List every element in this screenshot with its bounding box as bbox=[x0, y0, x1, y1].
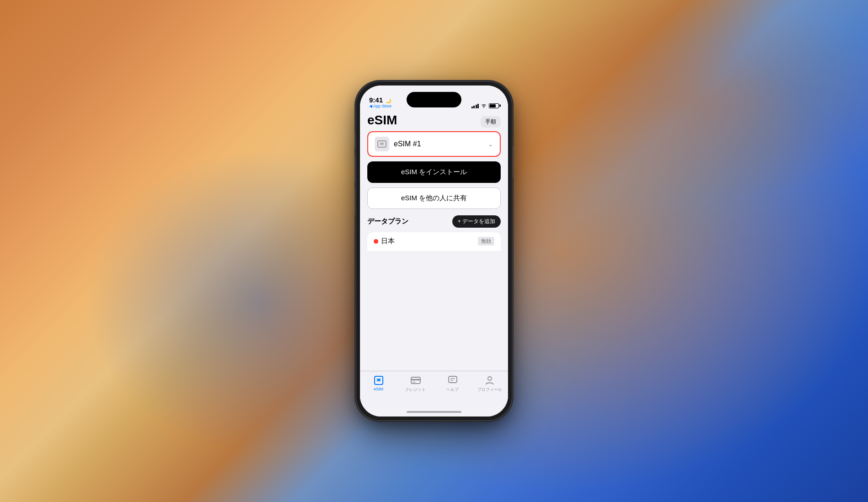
plan-country-row: 日本 無効 bbox=[374, 237, 494, 246]
data-plan-title: データプラン bbox=[367, 217, 408, 226]
profile-tab-label: プロフィール bbox=[477, 387, 502, 393]
iphone-frame: 9:41 🌙 ◀ App Store bbox=[356, 82, 512, 420]
page-title: eSIM bbox=[367, 113, 397, 128]
content-spacer bbox=[360, 251, 508, 371]
help-tab-icon bbox=[447, 375, 458, 386]
app-content: eSIM 手順 eSIM #1 ⌄ bbox=[360, 111, 508, 417]
chevron-down-icon: ⌄ bbox=[488, 140, 493, 148]
wifi-icon bbox=[481, 103, 487, 108]
dynamic-island bbox=[407, 92, 461, 107]
svg-rect-10 bbox=[449, 376, 457, 383]
tab-help[interactable]: ヘルプ bbox=[434, 375, 471, 393]
tab-profile[interactable]: プロフィール bbox=[471, 375, 508, 393]
status-time: 9:41 🌙 bbox=[369, 96, 391, 103]
time-display: 9:41 bbox=[369, 96, 383, 104]
battery-fill bbox=[490, 104, 496, 107]
signal-bar-4 bbox=[477, 104, 479, 108]
signal-bar-1 bbox=[471, 107, 473, 108]
signal-bar-2 bbox=[473, 106, 475, 108]
install-esim-button[interactable]: eSIM をインストール bbox=[367, 161, 501, 183]
page-header: eSIM 手順 bbox=[360, 111, 508, 131]
signal-icon bbox=[471, 103, 479, 108]
data-plan-card: 日本 無効 データ 1 GB 期間 7日間 bbox=[367, 232, 501, 251]
help-tab-label: ヘルプ bbox=[446, 387, 459, 393]
moon-icon: 🌙 bbox=[386, 98, 391, 103]
volume-down-button bbox=[355, 188, 356, 215]
sim-card-icon bbox=[377, 140, 386, 148]
steps-button[interactable]: 手順 bbox=[481, 116, 501, 128]
iphone-screen: 9:41 🌙 ◀ App Store bbox=[360, 85, 508, 417]
battery-icon bbox=[489, 103, 499, 108]
svg-point-0 bbox=[483, 107, 484, 108]
active-indicator-dot bbox=[374, 239, 378, 244]
svg-rect-3 bbox=[381, 143, 383, 144]
page-main-content: eSIM #1 ⌄ eSIM をインストール eSIM を他の人に共有 データプ… bbox=[360, 131, 508, 251]
esim-tab-label: eSIM bbox=[374, 387, 383, 391]
scene-container: 9:41 🌙 ◀ App Store bbox=[0, 0, 868, 502]
credit-tab-label: クレジット bbox=[405, 387, 426, 393]
status-badge: 無効 bbox=[478, 237, 494, 246]
tab-esim[interactable]: eSIM bbox=[360, 375, 397, 391]
svg-rect-8 bbox=[411, 379, 420, 380]
esim-icon bbox=[375, 137, 389, 151]
share-esim-button[interactable]: eSIM を他の人に共有 bbox=[367, 187, 501, 209]
add-data-button[interactable]: + データを追加 bbox=[452, 215, 501, 228]
country-label: 日本 bbox=[381, 237, 395, 246]
volume-up-button bbox=[355, 155, 356, 182]
home-indicator bbox=[360, 407, 508, 417]
tab-credit[interactable]: クレジット bbox=[397, 375, 434, 393]
plan-country-left: 日本 bbox=[374, 237, 395, 246]
status-left: 9:41 🌙 ◀ App Store bbox=[369, 96, 392, 108]
esim-selector-dropdown[interactable]: eSIM #1 ⌄ bbox=[367, 131, 501, 157]
mute-button bbox=[355, 132, 356, 148]
data-plan-section-header: データプラン + データを追加 bbox=[367, 215, 501, 228]
esim-tab-icon bbox=[373, 375, 384, 386]
esim-name-label: eSIM #1 bbox=[394, 140, 483, 148]
app-store-back[interactable]: ◀ App Store bbox=[369, 104, 392, 108]
profile-tab-icon bbox=[484, 375, 495, 386]
tab-bar: eSIM クレジット bbox=[360, 371, 508, 407]
home-bar bbox=[407, 411, 461, 413]
status-right bbox=[471, 103, 499, 108]
svg-rect-9 bbox=[413, 382, 415, 383]
credit-tab-icon bbox=[410, 375, 421, 386]
svg-point-13 bbox=[488, 377, 492, 380]
signal-bar-3 bbox=[476, 105, 477, 108]
power-button bbox=[512, 146, 513, 178]
svg-rect-6 bbox=[377, 379, 380, 381]
